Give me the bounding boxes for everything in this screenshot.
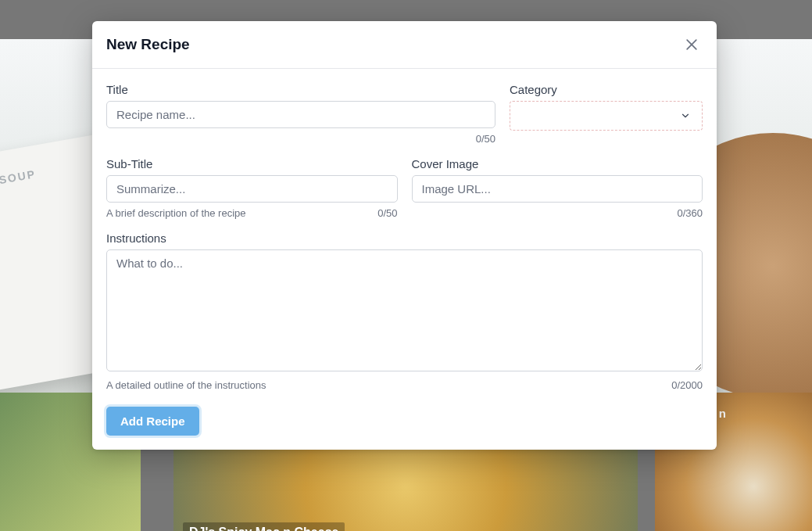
instructions-textarea[interactable] — [106, 249, 703, 371]
subtitle-helper: A brief description of the recipe — [106, 207, 246, 219]
close-button[interactable] — [681, 34, 703, 56]
modal-body: Title 0/50 Category — [92, 69, 717, 450]
title-label: Title — [106, 83, 495, 96]
subtitle-counter: 0/50 — [377, 207, 397, 219]
title-input[interactable] — [106, 101, 495, 128]
category-field: Category — [510, 83, 703, 145]
cover-label: Cover Image — [412, 157, 703, 170]
subtitle-field: Sub-Title A brief description of the rec… — [106, 157, 398, 219]
chevron-down-icon — [680, 110, 691, 121]
category-select[interactable] — [510, 101, 703, 131]
subtitle-label: Sub-Title — [106, 157, 398, 170]
instructions-field: Instructions A detailed outline of the i… — [106, 231, 703, 391]
cover-counter: 0/360 — [677, 207, 703, 219]
add-recipe-button[interactable]: Add Recipe — [106, 407, 199, 436]
modal-title: New Recipe — [106, 36, 190, 53]
close-icon — [684, 37, 699, 52]
instructions-label: Instructions — [106, 231, 703, 245]
title-field: Title 0/50 — [106, 83, 495, 145]
new-recipe-modal: New Recipe Title 0/50 — [92, 21, 717, 450]
category-label: Category — [510, 83, 703, 96]
subtitle-input[interactable] — [106, 175, 398, 203]
modal-overlay[interactable]: New Recipe Title 0/50 — [0, 0, 812, 531]
title-counter: 0/50 — [476, 133, 495, 145]
instructions-counter: 0/2000 — [671, 379, 703, 391]
instructions-helper: A detailed outline of the instructions — [106, 379, 266, 391]
modal-header: New Recipe — [92, 21, 717, 69]
cover-input[interactable] — [412, 175, 703, 203]
cover-field: Cover Image 0/360 — [412, 157, 703, 219]
page-backdrop: A SOUP DJ's Spicy Mac n Cheese n New Rec… — [0, 0, 812, 531]
